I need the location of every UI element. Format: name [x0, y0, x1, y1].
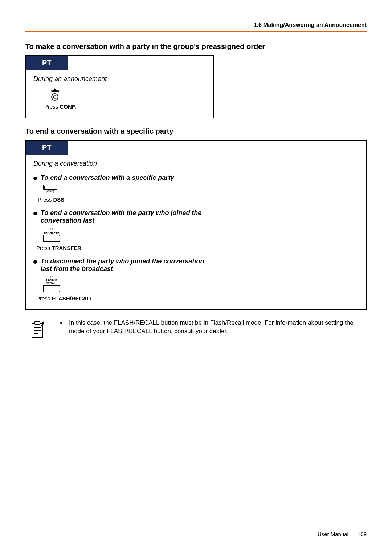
note-text: In this case, the FLASH/RECALL button mu… [69, 319, 367, 336]
press-key-name: DSS [53, 197, 65, 203]
conf-button-illustration: CONF [51, 87, 206, 101]
footer-divider [353, 530, 353, 538]
procedure-box-end-conversation: PT During a conversation To end a conver… [25, 140, 367, 310]
bullet-title-text: To disconnect the party who joined the c… [41, 258, 215, 273]
press-suffix: . [94, 295, 95, 301]
page-footer: User Manual 109 [318, 530, 367, 538]
footer-manual-label: User Manual [318, 531, 348, 537]
bullet-disconnect-last: To disconnect the party who joined the c… [33, 258, 359, 273]
dss-key-icon [43, 185, 57, 190]
heading-end-conversation: To end a conversation with a specific pa… [25, 127, 367, 135]
context-line: During an announcement [33, 75, 206, 83]
press-key-name: TRANSFER [52, 245, 82, 251]
procedure-box-make-conversation: PT During an announcement CONF Press CON… [25, 55, 214, 118]
footer-page-number: 109 [358, 531, 367, 537]
press-flash-recall-instruction: Press FLASH/RECALL. [36, 295, 359, 301]
heading-make-conversation: To make a conversation with a party in t… [25, 42, 367, 51]
transfer-button-illustration: ↺↻ TRANSFER [43, 227, 359, 242]
conf-icon-label: CONF [51, 90, 59, 93]
flash-recall-button-illustration: R FLASH/ RECALL [43, 276, 359, 292]
bullet-title-text: To end a conversation with the party who… [41, 209, 215, 224]
conf-key-icon [51, 93, 58, 101]
press-key-name: CONF [60, 104, 75, 110]
bullet-icon [60, 322, 62, 324]
section-header: 1.6 Making/Answering an Announcement [25, 22, 367, 32]
press-suffix: . [75, 104, 77, 110]
bullet-icon [33, 177, 37, 180]
bullet-end-last-joined: To end a conversation with the party who… [33, 209, 359, 224]
bullet-end-specific: To end a conversation with a specific pa… [33, 174, 359, 182]
bullet-title-text: To end a conversation with a specific pa… [41, 174, 174, 182]
svg-rect-1 [35, 321, 40, 324]
press-suffix: . [81, 245, 83, 251]
press-dss-instruction: Press DSS. [38, 197, 359, 203]
pt-tab: PT [25, 55, 68, 70]
flash-label-recall: RECALL [43, 282, 60, 285]
press-prefix: Press [38, 197, 53, 203]
bullet-icon [33, 212, 37, 215]
note-clipboard-icon [30, 320, 46, 341]
transfer-arrows-icon: ↺↻ [43, 227, 60, 231]
press-suffix: . [64, 197, 66, 203]
press-conf-instruction: Press CONF. [44, 104, 206, 110]
dss-icon-label: (DSS) [43, 190, 57, 193]
transfer-icon-label: TRANSFER [43, 231, 60, 234]
press-key-name: FLASH/RECALL [52, 295, 94, 301]
press-prefix: Press [44, 104, 60, 110]
flash-recall-key-icon [43, 285, 60, 292]
transfer-key-icon [43, 235, 60, 242]
press-prefix: Press [36, 245, 52, 251]
press-prefix: Press [36, 295, 52, 301]
note-row: In this case, the FLASH/RECALL button mu… [25, 319, 367, 342]
pt-tab: PT [25, 140, 68, 155]
dss-button-illustration: (DSS) [43, 185, 359, 194]
press-transfer-instruction: Press TRANSFER. [36, 245, 359, 251]
context-line: During a conversation [33, 160, 359, 167]
bullet-icon [33, 260, 37, 264]
section-number: 1.6 [254, 22, 262, 28]
section-title: Making/Answering an Announcement [263, 22, 367, 28]
